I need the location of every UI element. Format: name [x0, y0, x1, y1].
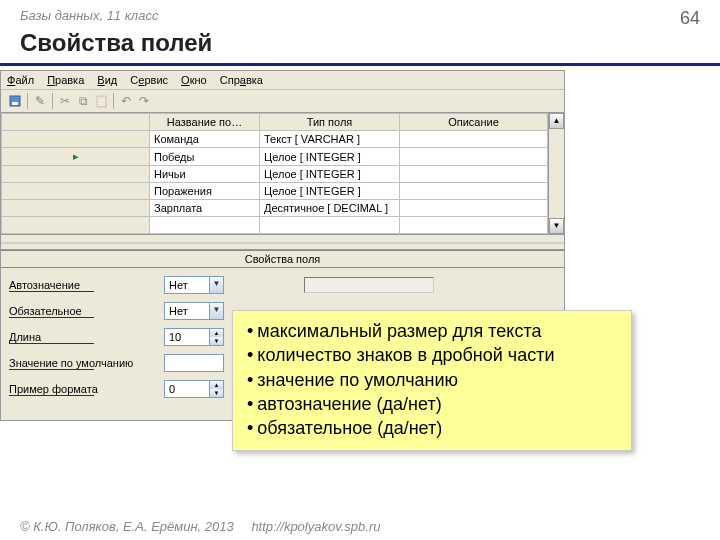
- page-title: Свойства полей: [0, 29, 720, 63]
- callout-item: количество знаков в дробной части: [247, 343, 617, 367]
- table-row-empty[interactable]: [2, 217, 548, 234]
- preview-box: [304, 277, 434, 293]
- paste-icon[interactable]: 📋: [93, 93, 109, 109]
- input-format[interactable]: [164, 380, 210, 398]
- menu-view[interactable]: Вид: [97, 74, 117, 86]
- spin-down-icon[interactable]: ▼: [210, 337, 223, 345]
- col-header-name[interactable]: Название по…: [150, 114, 260, 131]
- properties-header: Свойства поля: [1, 250, 564, 268]
- redo-icon[interactable]: ↷: [136, 93, 152, 109]
- spinner-length[interactable]: ▲▼: [164, 328, 224, 346]
- splitter[interactable]: [1, 234, 564, 250]
- menu-service[interactable]: Сервис: [130, 74, 168, 86]
- combo-autovalue[interactable]: Нет▼: [164, 276, 224, 294]
- cell-type[interactable]: Десятичное [ DECIMAL ]: [260, 200, 400, 217]
- combo-value: Нет: [165, 305, 209, 317]
- table-row[interactable]: ПораженияЦелое [ INTEGER ]: [2, 183, 548, 200]
- combo-required[interactable]: Нет▼: [164, 302, 224, 320]
- separator: [27, 93, 28, 109]
- callout-item: обязательное (да/нет): [247, 416, 617, 440]
- cell-type[interactable]: Текст [ VARCHAR ]: [260, 131, 400, 148]
- cell-desc[interactable]: [400, 183, 548, 200]
- cell-type[interactable]: Целое [ INTEGER ]: [260, 166, 400, 183]
- label-autovalue: Автозначение: [9, 279, 164, 291]
- scrollbar-vertical[interactable]: ▲ ▼: [548, 113, 564, 234]
- menu-edit[interactable]: Правка: [47, 74, 84, 86]
- separator: [113, 93, 114, 109]
- title-rule: [0, 63, 720, 66]
- row-marker[interactable]: [2, 131, 150, 148]
- undo-icon[interactable]: ↶: [118, 93, 134, 109]
- menu-file[interactable]: ФФайлайл: [7, 74, 34, 86]
- annotation-callout: максимальный размер для текста количеств…: [232, 310, 632, 451]
- separator: [52, 93, 53, 109]
- label-format: Пример формата: [9, 383, 164, 395]
- label-length: Длина: [9, 331, 164, 343]
- callout-item: автозначение (да/нет): [247, 392, 617, 416]
- toolbar: ✎ ✂ ⧉ 📋 ↶ ↷: [1, 90, 564, 113]
- cell-name[interactable]: Поражения: [150, 183, 260, 200]
- scroll-track[interactable]: [549, 129, 564, 218]
- cell-name[interactable]: Ничьи: [150, 166, 260, 183]
- scroll-down-icon[interactable]: ▼: [549, 218, 564, 234]
- table-row[interactable]: ▸ПобедыЦелое [ INTEGER ]: [2, 148, 548, 166]
- input-length[interactable]: [164, 328, 210, 346]
- col-header-type[interactable]: Тип поля: [260, 114, 400, 131]
- combo-value: Нет: [165, 279, 209, 291]
- row-marker[interactable]: [2, 166, 150, 183]
- row-marker[interactable]: [2, 183, 150, 200]
- col-header-desc[interactable]: Описание: [400, 114, 548, 131]
- slide-footer: © К.Ю. Поляков, Е.А. Ерёмин, 2013 http:/…: [20, 519, 380, 534]
- chevron-down-icon[interactable]: ▼: [209, 303, 223, 319]
- spinner-format[interactable]: ▲▼: [164, 380, 224, 398]
- cell-desc[interactable]: [400, 166, 548, 183]
- footer-link[interactable]: http://kpolyakov.spb.ru: [251, 519, 380, 534]
- row-marker[interactable]: [2, 200, 150, 217]
- label-required: Обязательное: [9, 305, 164, 317]
- cell-desc[interactable]: [400, 131, 548, 148]
- label-default: Значение по умолчанию: [9, 357, 164, 369]
- copyright: © К.Ю. Поляков, Е.А. Ерёмин, 2013: [20, 519, 234, 534]
- table-row[interactable]: КомандаТекст [ VARCHAR ]: [2, 131, 548, 148]
- menubar[interactable]: ФФайлайл Правка Вид Сервис Окно Справка: [1, 71, 564, 90]
- cell-name[interactable]: Команда: [150, 131, 260, 148]
- chevron-down-icon[interactable]: ▼: [209, 277, 223, 293]
- table-row[interactable]: ЗарплатаДесятичное [ DECIMAL ]: [2, 200, 548, 217]
- cell-desc[interactable]: [400, 148, 548, 166]
- cell-name[interactable]: Зарплата: [150, 200, 260, 217]
- svg-rect-1: [12, 102, 18, 105]
- spin-up-icon[interactable]: ▲: [210, 329, 223, 337]
- menu-window[interactable]: Окно: [181, 74, 207, 86]
- spin-up-icon[interactable]: ▲: [210, 381, 223, 389]
- save-icon[interactable]: [7, 93, 23, 109]
- corner-cell: [2, 114, 150, 131]
- page-number: 64: [680, 8, 700, 29]
- cut-icon[interactable]: ✂: [57, 93, 73, 109]
- scroll-up-icon[interactable]: ▲: [549, 113, 564, 129]
- edit-icon[interactable]: ✎: [32, 93, 48, 109]
- cell-type[interactable]: Целое [ INTEGER ]: [260, 183, 400, 200]
- menu-help[interactable]: Справка: [220, 74, 263, 86]
- callout-item: значение по умолчанию: [247, 368, 617, 392]
- cell-type[interactable]: Целое [ INTEGER ]: [260, 148, 400, 166]
- copy-icon[interactable]: ⧉: [75, 93, 91, 109]
- input-default[interactable]: [164, 354, 224, 372]
- fields-table: Название по… Тип поля Описание КомандаТе…: [1, 113, 564, 234]
- callout-item: максимальный размер для текста: [247, 319, 617, 343]
- cell-name[interactable]: Победы: [150, 148, 260, 166]
- cell-desc[interactable]: [400, 200, 548, 217]
- breadcrumb: Базы данных, 11 класс: [20, 8, 158, 29]
- spin-down-icon[interactable]: ▼: [210, 389, 223, 397]
- row-marker-current[interactable]: ▸: [2, 148, 150, 166]
- table-row[interactable]: НичьиЦелое [ INTEGER ]: [2, 166, 548, 183]
